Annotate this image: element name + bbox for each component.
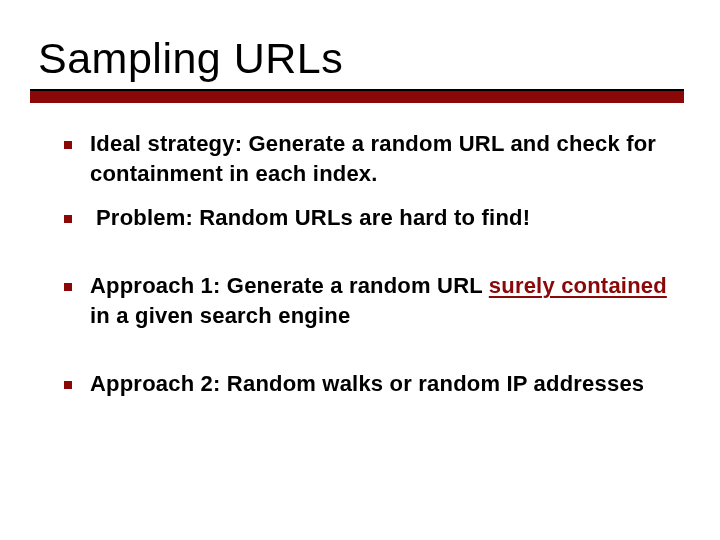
slide-title: Sampling URLs <box>38 34 684 83</box>
bullet-item: Problem: Random URLs are hard to find! <box>64 203 674 233</box>
underlined-text: surely contained <box>489 273 667 298</box>
square-bullet-icon <box>64 215 72 223</box>
square-bullet-icon <box>64 283 72 291</box>
text-segment: in a given search engine <box>90 303 350 328</box>
bullet-text: Ideal strategy: Generate a random URL an… <box>90 129 674 189</box>
bullet-item: Approach 1: Generate a random URL surely… <box>64 271 674 331</box>
text-segment: Approach 1: Generate a random URL <box>90 273 489 298</box>
slide: Sampling URLs Ideal strategy: Generate a… <box>0 0 720 540</box>
spacer <box>64 345 674 369</box>
slide-content: Ideal strategy: Generate a random URL an… <box>36 129 684 398</box>
title-underline <box>30 89 684 103</box>
bullet-item: Approach 2: Random walks or random IP ad… <box>64 369 674 399</box>
square-bullet-icon <box>64 141 72 149</box>
square-bullet-icon <box>64 381 72 389</box>
spacer <box>64 247 674 271</box>
bullet-text: Problem: Random URLs are hard to find! <box>90 203 674 233</box>
bullet-item: Ideal strategy: Generate a random URL an… <box>64 129 674 189</box>
bullet-text: Approach 2: Random walks or random IP ad… <box>90 369 674 399</box>
bullet-text: Approach 1: Generate a random URL surely… <box>90 271 674 331</box>
